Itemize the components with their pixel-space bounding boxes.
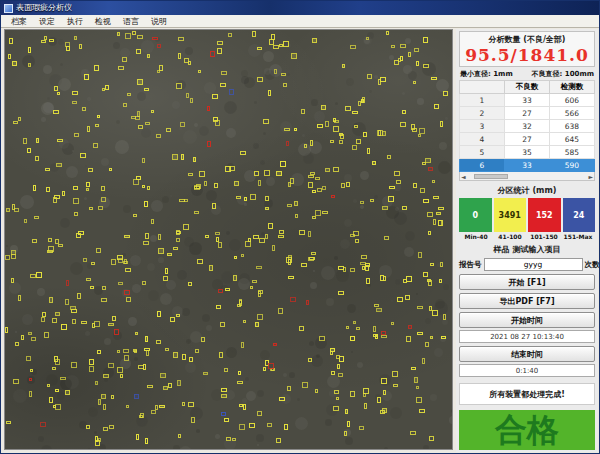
status-message: 所有装置都处理完成! <box>489 389 565 400</box>
app-icon <box>4 4 13 13</box>
start-time-button[interactable]: 开始时间 <box>459 312 595 328</box>
pass-label: 合格 <box>495 414 559 446</box>
analysis-value: 95.5/1841.0 <box>460 45 594 65</box>
zone-blocks: 0 3491 152 24 <box>459 198 595 232</box>
zone-yellow: 3491 <box>494 198 527 232</box>
inspection-image-viewer[interactable] <box>4 29 453 450</box>
status-box: 所有装置都处理完成! <box>459 383 595 405</box>
col-defects: 不良数 <box>505 81 550 94</box>
table-horizontal-scrollbar[interactable]: ◄ ► <box>459 172 595 181</box>
menu-execute[interactable]: 执行 <box>61 15 89 28</box>
bad-diameter-label: 不良直径: 100mm <box>532 69 594 79</box>
start-time-value: 2021 08 27 10:13:40 <box>459 330 595 343</box>
zone-red: 152 <box>528 198 561 232</box>
zone-range-labels: Min-40 41-100 101-150 151-Max <box>459 233 595 240</box>
table-row-selected[interactable]: 6 33 590 <box>460 159 595 172</box>
zone-blue: 24 <box>563 198 596 232</box>
zone-green: 0 <box>459 198 492 232</box>
table-header-row: 不良数 检测数 <box>460 81 595 94</box>
diameter-labels: 最小直径: 1mm 不良直径: 100mm <box>459 67 595 80</box>
col-detected: 检测数 <box>550 81 595 94</box>
menu-view[interactable]: 检视 <box>89 15 117 28</box>
table-row[interactable]: 1 33 606 <box>460 94 595 107</box>
window-title: 表面瑕疵分析仪 <box>16 1 72 15</box>
end-time-value: 0:1:40 <box>459 364 595 377</box>
pass-indicator: 合格 <box>459 410 595 450</box>
sample-input-row: 报告号 次数 2 ▾ <box>459 258 595 271</box>
title-bar[interactable]: 表面瑕疵分析仪 <box>1 1 599 15</box>
report-number-input[interactable] <box>484 258 583 271</box>
scroll-left-icon[interactable]: ◄ <box>461 173 466 180</box>
zones-title: 分区统计 (mm) <box>459 185 595 196</box>
table-row[interactable]: 5 35 585 <box>460 146 595 159</box>
defect-stats-table: 不良数 检测数 1 33 606 2 27 566 3 32 638 4 27 <box>459 80 595 172</box>
right-panel: 分析数量 (不良/全部) 95.5/1841.0 最小直径: 1mm 不良直径:… <box>456 29 598 452</box>
menu-language[interactable]: 语言 <box>117 15 145 28</box>
export-pdf-button[interactable]: 导出PDF [F7] <box>459 293 595 309</box>
menu-bar: 档案 设定 执行 检视 语言 说明 <box>1 15 599 28</box>
analysis-summary: 分析数量 (不良/全部) 95.5/1841.0 <box>459 31 595 67</box>
report-label: 报告号 <box>459 260 482 270</box>
sample-section-title: 样品 测试输入项目 <box>459 244 595 255</box>
menu-settings[interactable]: 设定 <box>33 15 61 28</box>
scrollbar-thumb[interactable] <box>474 174 508 179</box>
menu-file[interactable]: 档案 <box>5 15 33 28</box>
table-row[interactable]: 3 32 638 <box>460 120 595 133</box>
table-row[interactable]: 4 27 645 <box>460 133 595 146</box>
min-diameter-label: 最小直径: 1mm <box>460 69 513 79</box>
start-button[interactable]: 开始 [F1] <box>459 274 595 290</box>
analysis-title: 分析数量 (不良/全部) <box>460 34 594 45</box>
menu-help[interactable]: 说明 <box>145 15 173 28</box>
count-label: 次数 <box>585 260 600 270</box>
app-window: 表面瑕疵分析仪 档案 设定 执行 检视 语言 说明 分析数量 (不良/全部) 9… <box>0 0 600 454</box>
table-row[interactable]: 2 27 566 <box>460 107 595 120</box>
scroll-right-icon[interactable]: ► <box>588 173 593 180</box>
end-time-button[interactable]: 结束时间 <box>459 346 595 362</box>
